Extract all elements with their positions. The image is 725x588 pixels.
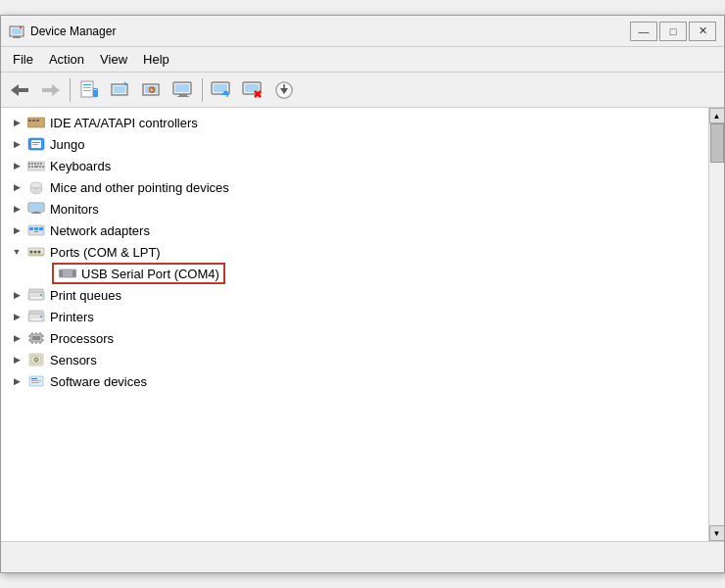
svg-rect-54	[42, 166, 44, 168]
tree-item-print-queues[interactable]: ▶ Print queues	[1, 284, 708, 306]
properties-button[interactable]	[74, 76, 104, 104]
tree-item-ide-ata[interactable]: ▶ IDE ATA/ATAPI controllers	[1, 112, 708, 133]
svg-rect-103	[31, 378, 37, 379]
tree-item-printers[interactable]: ▶ Printers	[1, 306, 708, 327]
svg-rect-47	[34, 163, 36, 165]
scroll-up-button[interactable]: ▲	[709, 108, 725, 123]
mouse-icon	[26, 179, 46, 195]
expand-monitors[interactable]: ▶	[7, 199, 26, 219]
forward-button[interactable]	[36, 76, 66, 104]
svg-rect-8	[83, 84, 91, 85]
usb-serial-label: USB Serial Port (COM4)	[81, 267, 219, 281]
monitors-label: Monitors	[50, 202, 99, 217]
tree-item-jungo[interactable]: ▶ Jungo	[1, 133, 708, 155]
display-button[interactable]	[169, 76, 198, 104]
svg-text:?: ?	[151, 87, 155, 94]
svg-rect-7	[81, 81, 93, 97]
expand-print-queues[interactable]: ▶	[7, 285, 26, 305]
processors-label: Processors	[50, 331, 114, 346]
tree-item-processors[interactable]: ▶	[1, 327, 708, 349]
svg-rect-43	[32, 144, 38, 145]
svg-rect-3	[13, 37, 21, 38]
svg-point-70	[38, 251, 41, 254]
monitor-icon	[26, 201, 46, 217]
tree-item-sensors[interactable]: ▶ Sensors	[1, 349, 708, 370]
svg-rect-77	[72, 270, 75, 276]
tree-item-usb-serial[interactable]: USB Serial Port (COM4)	[1, 263, 708, 284]
minimize-button[interactable]: —	[630, 22, 657, 41]
software-devices-label: Software devices	[50, 374, 147, 389]
close-button[interactable]: ✕	[689, 22, 716, 41]
menu-action[interactable]: Action	[41, 50, 92, 69]
scroll-down-button[interactable]: ▼	[709, 525, 725, 541]
svg-rect-53	[39, 166, 41, 168]
menu-bar: File Action View Help	[1, 47, 724, 73]
software-devices-icon	[26, 373, 46, 389]
update-driver-button[interactable]	[106, 76, 135, 104]
back-button[interactable]	[5, 76, 34, 104]
toolbar-separator-1	[70, 78, 71, 102]
print-queues-icon	[26, 287, 46, 303]
expand-ports[interactable]: ▼	[7, 242, 26, 262]
network-icon	[26, 222, 46, 238]
svg-rect-21	[175, 84, 189, 92]
svg-marker-6	[42, 84, 60, 96]
toolbar: ?	[1, 73, 724, 108]
svg-rect-9	[83, 87, 91, 88]
svg-rect-1	[12, 28, 22, 34]
svg-rect-76	[70, 271, 72, 275]
jungo-label: Jungo	[50, 137, 84, 152]
svg-point-4	[20, 26, 22, 28]
tree-item-keyboards[interactable]: ▶ Keyboar	[1, 155, 708, 176]
expand-software-devices[interactable]: ▶	[7, 371, 26, 391]
title-bar-controls: — □ ✕	[630, 22, 716, 41]
remove-device-button[interactable]	[238, 76, 267, 104]
expand-printers[interactable]: ▶	[7, 307, 26, 326]
jungo-icon	[26, 136, 46, 152]
svg-point-68	[30, 251, 33, 254]
svg-rect-104	[31, 380, 41, 381]
device-tree[interactable]: ▶ IDE ATA/ATAPI controllers ▶	[1, 108, 708, 541]
scroll-thumb[interactable]	[710, 123, 724, 163]
svg-marker-5	[11, 84, 28, 96]
ide-ata-label: IDE ATA/ATAPI controllers	[50, 116, 198, 130]
menu-view[interactable]: View	[92, 50, 135, 69]
svg-rect-45	[28, 163, 30, 165]
tree-item-monitors[interactable]: ▶ Monitors	[1, 198, 708, 220]
printers-label: Printers	[50, 310, 94, 324]
expand-processors[interactable]: ▶	[7, 328, 26, 348]
tree-item-software-devices[interactable]: ▶ Software devices	[1, 370, 708, 392]
tree-item-mice[interactable]: ▶ Mice and other pointing devices	[1, 176, 708, 198]
expand-keyboards[interactable]: ▶	[7, 156, 26, 175]
svg-rect-73	[60, 270, 63, 276]
svg-point-101	[36, 360, 37, 361]
menu-help[interactable]: Help	[135, 50, 177, 69]
svg-rect-12	[94, 89, 97, 90]
svg-rect-37	[28, 120, 31, 122]
tree-item-network[interactable]: ▶ Network adapters	[1, 220, 708, 241]
ports-label: Ports (COM & LPT)	[50, 245, 161, 260]
expand-mice[interactable]: ▶	[7, 177, 26, 197]
scrollbar[interactable]: ▲ ▼	[708, 108, 724, 541]
add-device-button[interactable]	[207, 76, 236, 104]
expand-jungo[interactable]: ▶	[7, 134, 26, 154]
svg-rect-60	[33, 212, 39, 213]
svg-point-69	[34, 251, 37, 254]
expand-sensors[interactable]: ▶	[7, 350, 26, 369]
maximize-button[interactable]: □	[659, 22, 687, 41]
expand-network[interactable]: ▶	[7, 220, 26, 240]
svg-rect-22	[179, 94, 187, 96]
svg-rect-87	[32, 336, 40, 340]
svg-rect-75	[67, 271, 69, 275]
svg-rect-105	[31, 382, 39, 383]
svg-rect-2	[14, 36, 20, 37]
svg-rect-39	[36, 120, 39, 122]
scan-hardware-button[interactable]: ?	[137, 76, 167, 104]
svg-rect-38	[32, 120, 35, 122]
tree-item-ports[interactable]: ▼ Ports (COM & LPT)	[1, 241, 708, 263]
menu-file[interactable]: File	[5, 50, 41, 69]
install-button[interactable]	[269, 76, 299, 104]
expand-ide-ata[interactable]: ▶	[7, 113, 26, 132]
print-queues-label: Print queues	[50, 288, 121, 303]
svg-rect-84	[30, 318, 42, 320]
